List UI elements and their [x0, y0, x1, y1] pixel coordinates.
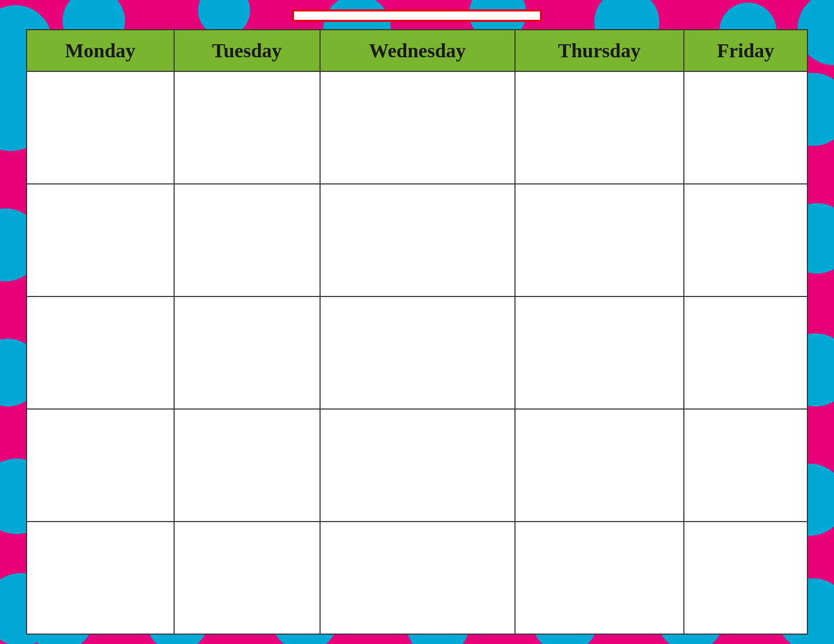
calendar-cell[interactable] — [684, 409, 807, 522]
calendar-cell[interactable] — [684, 71, 807, 184]
calendar-cell[interactable] — [320, 409, 515, 522]
calendar-cell[interactable] — [684, 296, 807, 409]
calendar-row — [27, 71, 807, 184]
calendar-cell[interactable] — [174, 296, 320, 409]
day-header-thursday: Thursday — [515, 30, 684, 71]
calendar-cell[interactable] — [515, 296, 684, 409]
calendar-cell[interactable] — [27, 71, 174, 184]
calendar-row — [27, 296, 807, 409]
calendar-cell[interactable] — [684, 184, 807, 296]
day-header-friday: Friday — [684, 30, 807, 71]
calendar-row — [27, 409, 807, 522]
calendar-table: MondayTuesdayWednesdayThursdayFriday — [26, 29, 808, 635]
calendar-cell[interactable] — [174, 409, 320, 522]
calendar-cell[interactable] — [684, 522, 807, 634]
calendar-cell[interactable] — [27, 409, 174, 522]
calendar-cell[interactable] — [320, 71, 515, 184]
calendar-cell[interactable] — [515, 184, 684, 296]
calendar-cell[interactable] — [320, 184, 515, 296]
header-row: MondayTuesdayWednesdayThursdayFriday — [27, 30, 807, 71]
calendar-cell[interactable] — [320, 522, 515, 634]
day-header-tuesday: Tuesday — [174, 30, 320, 71]
calendar-cell[interactable] — [27, 296, 174, 409]
calendar-row — [27, 522, 807, 634]
calendar-row — [27, 184, 807, 296]
calendar-cell[interactable] — [515, 409, 684, 522]
calendar-cell[interactable] — [174, 71, 320, 184]
month-title-box — [292, 9, 542, 22]
calendar-cell[interactable] — [515, 71, 684, 184]
page-content: MondayTuesdayWednesdayThursdayFriday — [0, 0, 834, 644]
calendar-cell[interactable] — [27, 522, 174, 634]
day-header-wednesday: Wednesday — [320, 30, 515, 71]
calendar-cell[interactable] — [174, 184, 320, 296]
calendar-cell[interactable] — [27, 184, 174, 296]
calendar-cell[interactable] — [174, 522, 320, 634]
calendar-cell[interactable] — [515, 522, 684, 634]
day-header-monday: Monday — [27, 30, 174, 71]
calendar-cell[interactable] — [320, 296, 515, 409]
